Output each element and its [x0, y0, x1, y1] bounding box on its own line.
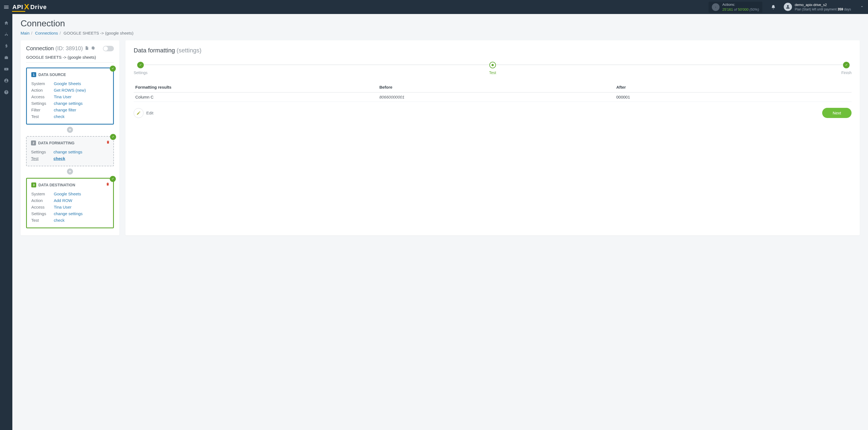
- step-test[interactable]: Test: [489, 62, 496, 75]
- trash-icon: [106, 182, 110, 186]
- add-step-button-1[interactable]: +: [67, 127, 73, 133]
- user-name: demo_apix-drive_s2: [795, 2, 851, 7]
- content-row: Connection (ID: 38910) GOOGLE SHEETS -> …: [21, 40, 860, 236]
- connection-header: Connection (ID: 38910): [26, 45, 114, 52]
- breadcrumb-main[interactable]: Main: [21, 31, 30, 35]
- cell-before: 80660000001: [378, 92, 614, 102]
- data-source-block[interactable]: 1DATA SOURCE SystemGoogle Sheets ActionG…: [26, 67, 114, 125]
- source-title: 1DATA SOURCE: [31, 72, 109, 77]
- step-settings[interactable]: Settings: [134, 62, 148, 75]
- edit-label: Edit: [146, 111, 153, 115]
- source-settings-link[interactable]: change settings: [54, 100, 83, 107]
- formatting-panel: Data formatting (settings) Settings Test…: [125, 40, 860, 236]
- check-icon: [139, 63, 142, 67]
- trash-icon: [106, 140, 110, 144]
- panel-title: Data formatting (settings): [134, 47, 851, 54]
- check-icon: [111, 177, 115, 181]
- breadcrumb-connections[interactable]: Connections: [35, 31, 58, 35]
- formatting-title: 2DATA FORMATTING: [31, 141, 109, 146]
- source-filter-link[interactable]: change filter: [54, 107, 76, 113]
- source-access-link[interactable]: Tina User: [54, 94, 71, 100]
- bell-icon: [771, 5, 776, 10]
- delete-formatting-button[interactable]: [106, 140, 110, 145]
- help-icon: [4, 90, 9, 95]
- table-row: Column C 80660000001 000001: [134, 92, 851, 102]
- page-title: Connection: [21, 19, 860, 29]
- results-table: Formatting results Before After Column C…: [134, 82, 851, 102]
- sidebar-help[interactable]: [0, 87, 12, 98]
- stepper: Settings Test Finish: [134, 62, 851, 75]
- cell-column: Column C: [134, 92, 378, 102]
- col-results: Formatting results: [134, 82, 378, 92]
- notifications-button[interactable]: [768, 5, 779, 10]
- check-icon: [111, 67, 115, 70]
- sidebar-tools[interactable]: [0, 52, 12, 63]
- destination-title: 3DATA DESTINATION: [31, 183, 109, 187]
- connection-subtitle: GOOGLE SHEETS -> (google sheets): [26, 55, 114, 63]
- check-badge: [110, 66, 116, 72]
- sidebar-video[interactable]: [0, 63, 12, 75]
- sidebar-account[interactable]: [0, 75, 12, 87]
- dst-access-link[interactable]: Tina User: [54, 204, 71, 211]
- menu-toggle[interactable]: [0, 0, 12, 14]
- sidebar-billing[interactable]: [0, 40, 12, 52]
- check-icon: [845, 63, 848, 67]
- settings-button[interactable]: [91, 46, 95, 51]
- dst-settings-link[interactable]: change settings: [54, 211, 83, 217]
- check-badge: [110, 134, 116, 140]
- breadcrumb: Main/ Connections/ GOOGLE SHEETS -> (goo…: [21, 31, 860, 35]
- cell-after: 000001: [615, 92, 851, 102]
- source-action-link[interactable]: Get ROWS (new): [54, 87, 86, 94]
- copy-button[interactable]: [85, 46, 89, 51]
- sidebar-home[interactable]: [0, 17, 12, 29]
- edit-button[interactable]: Edit: [134, 108, 153, 118]
- data-destination-block[interactable]: 3DATA DESTINATION SystemGoogle Sheets Ac…: [26, 178, 114, 228]
- info-icon: [712, 3, 719, 11]
- file-icon: [85, 46, 89, 50]
- sitemap-icon: [4, 32, 9, 37]
- actions-text: Actions: 25'161 of 50'000 (50%): [722, 2, 759, 12]
- hamburger-icon: [3, 4, 9, 10]
- gear-icon: [91, 46, 95, 50]
- dst-action-link[interactable]: Add ROW: [54, 197, 72, 204]
- logo-underline: [12, 11, 25, 12]
- user-menu-toggle[interactable]: [856, 4, 868, 10]
- pencil-icon: [136, 111, 141, 115]
- logo-api: API: [12, 4, 23, 11]
- col-after: After: [615, 82, 851, 92]
- user-icon: [785, 4, 790, 9]
- logo-drive: Drive: [30, 4, 46, 11]
- breadcrumb-current: GOOGLE SHEETS -> (google sheets): [64, 31, 134, 35]
- add-step-button-2[interactable]: +: [67, 168, 73, 175]
- dst-system-link[interactable]: Google Sheets: [54, 191, 81, 197]
- check-badge: [110, 176, 116, 182]
- user-circle-icon: [4, 78, 9, 83]
- data-formatting-block[interactable]: 2DATA FORMATTING Settingschange settings…: [26, 136, 114, 166]
- next-button[interactable]: Next: [822, 108, 851, 118]
- actions-counter[interactable]: Actions: 25'161 of 50'000 (50%): [709, 2, 762, 12]
- panel-actions: Edit Next: [134, 108, 851, 118]
- chevron-down-icon: [860, 4, 864, 9]
- connection-toggle[interactable]: [103, 46, 114, 51]
- fmt-test-link[interactable]: check: [54, 155, 65, 162]
- sidebar-connections[interactable]: [0, 29, 12, 40]
- user-text: demo_apix-drive_s2 Plan |Start| left unt…: [795, 2, 851, 12]
- topbar: APIXDrive Actions: 25'161 of 50'000 (50%…: [0, 0, 868, 14]
- layout: Connection Main/ Connections/ GOOGLE SHE…: [0, 14, 868, 430]
- home-icon: [4, 21, 9, 26]
- youtube-icon: [4, 67, 9, 72]
- logo[interactable]: APIXDrive: [12, 3, 46, 11]
- user-menu[interactable]: demo_apix-drive_s2 Plan |Start| left unt…: [779, 2, 856, 12]
- actions-label: Actions:: [722, 2, 759, 7]
- step-finish[interactable]: Finish: [841, 62, 851, 75]
- connection-title: Connection (ID: 38910): [26, 45, 83, 52]
- fmt-settings-link[interactable]: change settings: [54, 149, 82, 155]
- actions-numbers: 25'161 of 50'000 (50%): [722, 7, 759, 12]
- delete-destination-button[interactable]: [106, 182, 110, 187]
- source-system-link[interactable]: Google Sheets: [54, 81, 81, 87]
- dst-test-link[interactable]: check: [54, 217, 64, 224]
- user-plan: Plan |Start| left until payment 359 days: [795, 7, 851, 11]
- source-test-link[interactable]: check: [54, 113, 64, 120]
- main-content: Connection Main/ Connections/ GOOGLE SHE…: [12, 14, 868, 430]
- connection-panel: Connection (ID: 38910) GOOGLE SHEETS -> …: [21, 40, 119, 236]
